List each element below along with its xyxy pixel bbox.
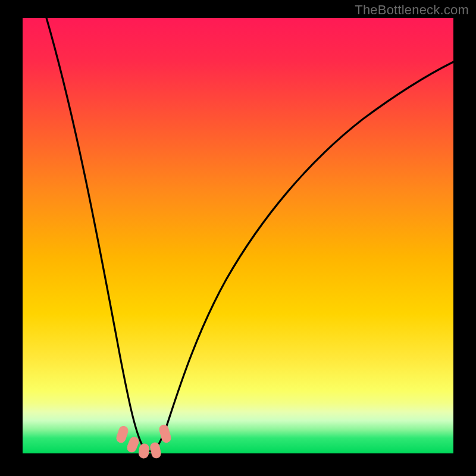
chart-frame: TheBottleneck.com: [0, 0, 476, 476]
plot-background: [23, 18, 453, 453]
bottleneck-chart: [0, 0, 476, 476]
watermark-text: TheBottleneck.com: [355, 2, 469, 18]
